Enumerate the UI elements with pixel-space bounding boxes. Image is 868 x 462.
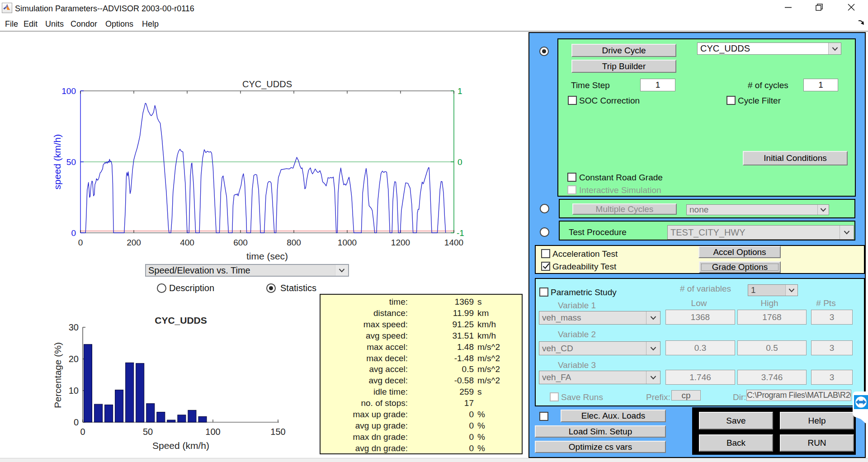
svg-text:-1: -1 — [457, 228, 464, 238]
svg-text:800: 800 — [287, 238, 301, 247]
svg-text:50: 50 — [143, 427, 153, 437]
svg-text:1000: 1000 — [338, 238, 357, 247]
svg-text:50: 50 — [66, 157, 76, 167]
svg-text:CYC_UDDS: CYC_UDDS — [242, 79, 292, 90]
svg-text:100: 100 — [61, 86, 76, 96]
svg-text:0: 0 — [74, 417, 79, 427]
svg-text:10: 10 — [69, 386, 79, 396]
svg-text:Percentage (%): Percentage (%) — [52, 342, 63, 408]
svg-text:Speed (km/h): Speed (km/h) — [152, 440, 209, 451]
svg-text:100: 100 — [205, 427, 220, 437]
svg-text:1400: 1400 — [444, 238, 463, 247]
svg-text:speed (km/h): speed (km/h) — [52, 134, 62, 190]
svg-text:1200: 1200 — [391, 238, 410, 247]
svg-text:30: 30 — [69, 322, 79, 332]
svg-text:0: 0 — [78, 238, 83, 247]
svg-text:1: 1 — [458, 86, 462, 96]
svg-text:time (sec): time (sec) — [246, 251, 288, 261]
svg-text:400: 400 — [180, 238, 194, 247]
svg-text:0: 0 — [80, 427, 85, 437]
svg-text:0: 0 — [458, 157, 462, 167]
svg-text:20: 20 — [69, 354, 79, 364]
svg-text:0: 0 — [71, 228, 76, 238]
svg-text:600: 600 — [233, 238, 248, 247]
svg-text:150: 150 — [270, 427, 285, 437]
svg-text:CYC_UDDS: CYC_UDDS — [155, 315, 207, 325]
svg-text:200: 200 — [127, 238, 141, 247]
